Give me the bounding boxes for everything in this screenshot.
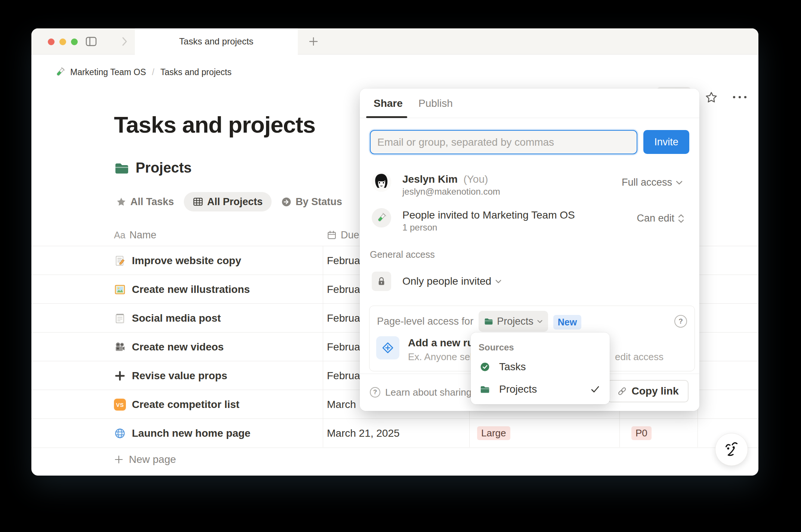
size-badge[interactable]: Large [477, 426, 510, 440]
row-due-date: March [327, 390, 356, 419]
tab-bar: Tasks and projects [31, 28, 758, 55]
menu-item-projects[interactable]: Projects [471, 379, 610, 400]
sources-menu: Sources Tasks Projects [471, 332, 610, 404]
view-tab-label: By Status [296, 196, 342, 208]
row-due-date: Februa [327, 246, 360, 275]
row-due-date: Februa [327, 304, 360, 332]
page-title: Tasks and projects [114, 111, 315, 138]
breadcrumb-separator: / [152, 67, 154, 77]
row-title: Launch new home page [132, 419, 250, 448]
new-page-button[interactable]: New page [31, 448, 758, 471]
globe-icon [114, 427, 126, 439]
memo-icon [114, 255, 126, 267]
source-selector-dropdown[interactable]: Projects [479, 311, 548, 332]
row-title: Social media post [132, 304, 221, 332]
folder-icon [480, 384, 490, 395]
row-title: Revise value props [132, 361, 227, 390]
column-label: Name [130, 229, 157, 241]
sidebar-toggle-icon[interactable] [85, 35, 98, 47]
group-meta: 1 person [402, 222, 437, 233]
add-rule-icon [376, 336, 399, 359]
link-icon [617, 386, 627, 396]
member-name: Jeslyn Kim (You) [402, 173, 488, 185]
page-level-prefix: Page-level access for [377, 316, 473, 327]
zoom-window-button[interactable] [71, 38, 78, 45]
add-rule-hint-tail: edit access [615, 351, 664, 363]
test-tube-icon [55, 66, 66, 78]
plus-icon [114, 370, 126, 382]
new-page-label: New page [129, 454, 176, 466]
lock-icon [372, 272, 391, 291]
row-due-date: Februa [327, 361, 360, 390]
sources-menu-title: Sources [479, 342, 514, 353]
forward-icon[interactable] [119, 35, 130, 47]
member-email: jeslyn@makenotion.com [402, 186, 500, 197]
learn-about-sharing-link[interactable]: ? Learn about sharing [370, 384, 471, 400]
tab-by-status[interactable]: By Status [279, 192, 344, 211]
test-tube-icon [376, 212, 387, 223]
access-dropdown-full-access[interactable]: Full access [622, 177, 683, 188]
movie-camera-icon [114, 341, 126, 353]
row-title: Create new videos [132, 332, 224, 361]
row-title: Create new illustrations [132, 275, 250, 304]
close-window-button[interactable] [48, 38, 55, 45]
tab-tasks-and-projects[interactable]: Tasks and projects [135, 28, 298, 55]
notion-face-icon [722, 440, 741, 459]
row-title: Create competitor list [132, 390, 239, 419]
share-dialog-tabs: Share Publish [360, 89, 699, 118]
star-filled-icon [116, 197, 126, 207]
star-icon[interactable] [704, 90, 718, 104]
chevron-down-icon [495, 279, 502, 284]
breadcrumb-page[interactable]: Tasks and projects [160, 67, 231, 77]
column-header-name[interactable]: Aa Name [114, 224, 157, 246]
menu-item-tasks[interactable]: Tasks [471, 356, 610, 377]
collection-title: Projects [136, 160, 192, 176]
framed-picture-icon [114, 284, 126, 296]
row-due-date: Februa [327, 332, 360, 361]
arrow-circle-icon [281, 197, 291, 207]
tab-all-tasks[interactable]: All Tasks [114, 192, 176, 211]
priority-badge[interactable]: P0 [631, 426, 652, 440]
chevron-down-icon [537, 319, 543, 324]
tab-all-projects[interactable]: All Projects [184, 192, 272, 211]
add-rule-hint: Ex. Anyone sel [408, 351, 472, 363]
collection-heading: Projects [114, 160, 192, 176]
ellipsis-icon[interactable] [732, 90, 748, 104]
access-dropdown-can-edit[interactable]: Can edit [637, 213, 684, 224]
general-access-dropdown[interactable]: Only people invited [402, 272, 502, 291]
text-property-icon: Aa [114, 230, 126, 241]
active-tab-underline [366, 116, 407, 118]
breadcrumb-workspace[interactable]: Marketing Team OS [70, 67, 146, 77]
general-access-label: General access [370, 249, 435, 260]
check-circle-icon [480, 362, 490, 372]
invite-email-input[interactable] [370, 130, 637, 154]
tab-publish[interactable]: Publish [418, 98, 453, 109]
desktop-background: Tasks and projects Marketing Team OS / T… [0, 0, 801, 532]
folder-icon [484, 317, 494, 326]
page-level-access-row: Page-level access for Projects New [377, 308, 581, 329]
chevron-down-icon [675, 180, 683, 185]
back-icon[interactable] [103, 35, 114, 47]
new-tab-button[interactable] [307, 35, 320, 47]
notion-ai-button[interactable] [715, 433, 748, 466]
copy-link-button[interactable]: Copy link [607, 380, 689, 402]
workspace-avatar [372, 208, 391, 228]
row-title: Improve website copy [132, 246, 241, 275]
invite-button[interactable]: Invite [643, 130, 689, 154]
view-tab-label: All Projects [207, 196, 263, 208]
folder-icon [114, 161, 130, 176]
table-icon [193, 197, 203, 207]
help-icon[interactable]: ? [674, 315, 687, 328]
plus-icon [114, 455, 124, 464]
share-dialog: Share Publish Invite Jeslyn Kim (You) je… [360, 89, 699, 411]
table-row[interactable]: Launch new home page March 21, 2025 Larg… [31, 418, 758, 448]
new-badge: New [553, 315, 581, 330]
view-tabs: All Tasks All Projects By Status [114, 192, 344, 212]
minimize-window-button[interactable] [59, 38, 66, 45]
tab-share[interactable]: Share [374, 98, 403, 109]
tab-label: Tasks and projects [179, 36, 254, 47]
calendar-icon [327, 230, 337, 240]
group-name: People invited to Marketing Team OS [402, 209, 575, 221]
notepad-icon [114, 312, 126, 324]
chevron-up-down-icon [678, 214, 684, 223]
